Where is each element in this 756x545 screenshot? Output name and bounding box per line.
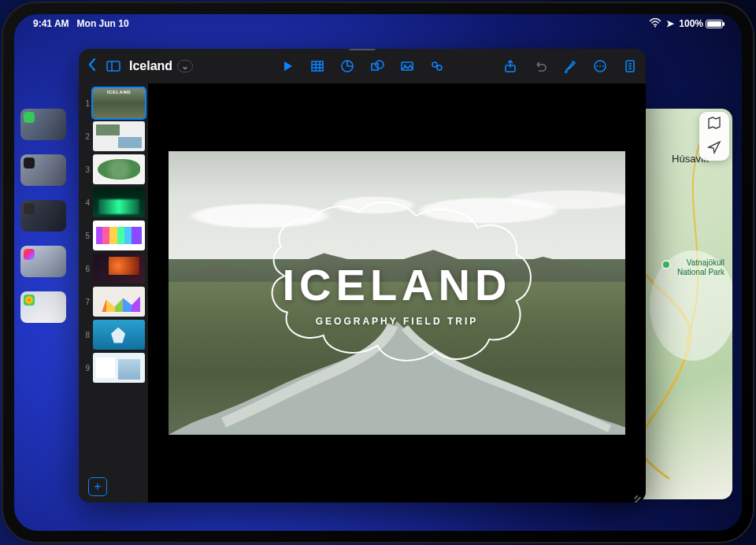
svg-rect-4 — [312, 61, 323, 71]
document-title[interactable]: Iceland ⌄ — [129, 59, 193, 73]
stage-item-shortcuts[interactable] — [20, 246, 66, 277]
svg-rect-2 — [107, 61, 120, 71]
media-icon[interactable] — [399, 58, 415, 74]
ipad-frame: 9:41 AM Mon Jun 10 ➤ 100% — [3, 3, 753, 542]
map-mode-button[interactable] — [707, 116, 721, 133]
slide-thumb-5[interactable]: 5 — [82, 221, 145, 250]
stage-manager-strip — [20, 109, 66, 323]
battery-pct: 100% — [679, 18, 703, 29]
svg-point-19 — [596, 65, 598, 67]
wifi-icon — [649, 18, 662, 30]
keynote-window: Iceland ⌄ — [79, 49, 646, 502]
slide-title[interactable]: ICELAND — [169, 259, 625, 310]
animate-icon[interactable] — [592, 58, 608, 74]
status-time: 9:41 AM — [33, 18, 69, 29]
slide-navigator: 1ICELAND 2 3 4 5 6 7 8 9 + — [79, 83, 148, 502]
window-resize-grip[interactable] — [628, 485, 641, 498]
slide-thumb-8[interactable]: 8 — [82, 320, 145, 350]
slide-subtitle[interactable]: GEOGRAPHY FIELD TRIP — [169, 316, 625, 327]
stage-item-calculator[interactable] — [20, 200, 66, 232]
undo-icon[interactable] — [532, 58, 548, 74]
keynote-toolbar: Iceland ⌄ — [79, 49, 646, 83]
maps-controls — [699, 112, 729, 161]
table-icon[interactable] — [309, 58, 325, 74]
chart-icon[interactable] — [339, 58, 355, 74]
slide-thumb-4[interactable]: 4 — [82, 187, 145, 217]
share-icon[interactable] — [502, 58, 518, 74]
battery-indicator: 100% — [679, 18, 723, 29]
stage-item-photos[interactable] — [20, 291, 66, 323]
svg-point-0 — [654, 25, 656, 27]
shape-icon[interactable] — [369, 58, 385, 74]
slide-thumb-2[interactable]: 2 — [82, 121, 145, 151]
status-date: Mon Jun 10 — [77, 18, 129, 29]
svg-point-11 — [376, 61, 384, 69]
location-icon: ➤ — [666, 18, 674, 29]
document-title-text: Iceland — [129, 59, 172, 73]
map-place-vatnajokull: Vatnajökull National Park — [677, 258, 724, 277]
slide-canvas[interactable]: ICELAND GEOGRAPHY FIELD TRIP — [148, 83, 646, 502]
chevron-down-icon[interactable]: ⌄ — [177, 60, 193, 72]
document-options-icon[interactable] — [622, 58, 638, 74]
slide-thumb-9[interactable]: 9 — [82, 353, 145, 383]
slide-thumb-7[interactable]: 7 — [82, 287, 145, 317]
status-bar: 9:41 AM Mon Jun 10 ➤ 100% — [14, 14, 742, 33]
svg-point-20 — [602, 65, 604, 67]
slide-thumb-3[interactable]: 3 — [82, 154, 145, 184]
play-icon[interactable] — [280, 58, 295, 74]
back-button[interactable] — [87, 57, 98, 76]
map-poi-dot[interactable] — [662, 260, 671, 269]
stage-item-messages[interactable] — [20, 109, 66, 140]
format-brush-icon[interactable] — [562, 58, 578, 74]
slide-content[interactable]: ICELAND GEOGRAPHY FIELD TRIP — [169, 151, 625, 435]
sidebar-toggle-icon[interactable] — [106, 58, 121, 74]
svg-point-18 — [599, 65, 601, 67]
add-slide-button[interactable]: + — [88, 477, 107, 496]
slide-thumb-6[interactable]: 6 — [82, 254, 145, 284]
locate-button[interactable] — [707, 140, 721, 158]
slide-thumb-1[interactable]: 1ICELAND — [82, 88, 145, 118]
text-icon[interactable] — [429, 58, 445, 74]
stage-item-files[interactable] — [20, 154, 66, 186]
ipad-screen: 9:41 AM Mon Jun 10 ➤ 100% — [14, 14, 742, 531]
